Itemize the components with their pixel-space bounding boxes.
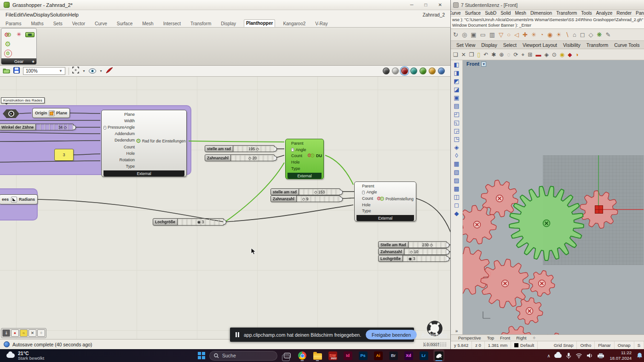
slider-stelle-am-rad-195[interactable]: stelle am rad 195 ◇ <box>205 145 275 152</box>
solid-tool-icon[interactable]: ◰ <box>454 111 459 118</box>
solid-tool-icon[interactable]: ◈ <box>454 144 459 151</box>
slider-zahnanzahl-9[interactable]: Zahnanzahl ◇ 9 <box>270 195 340 202</box>
taskbar-app-chrome[interactable] <box>297 350 308 362</box>
rhino-menu-item[interactable]: Curve <box>451 11 461 16</box>
rhino-tool-icon[interactable]: ⊕ <box>499 51 504 58</box>
rhino-tool-icon[interactable]: ⌂ <box>573 31 576 38</box>
taskbar-search[interactable]: Suche <box>209 351 277 361</box>
display-mode-icon[interactable] <box>401 68 408 74</box>
viewport-menu-icon[interactable]: ▼ <box>481 62 486 67</box>
rhino-menu-item[interactable]: Panels <box>636 11 644 16</box>
node-plane-origin[interactable]: Origin xz Plane <box>32 108 70 118</box>
status-toggle[interactable]: Ortho <box>577 341 595 349</box>
rhino-toolbar-tab[interactable]: Display <box>481 42 497 48</box>
solid-tool-icon[interactable]: ◲ <box>454 127 459 134</box>
node-input[interactable]: Parent <box>355 184 416 188</box>
solid-tool-icon[interactable]: ◨ <box>454 69 459 76</box>
close-icon[interactable]: ✕ <box>438 2 442 7</box>
node-input[interactable]: Type <box>286 166 323 171</box>
node-input[interactable]: Parent <box>286 141 323 146</box>
taskbar-app-ai[interactable]: Ai <box>373 350 384 362</box>
rhino-menu-item[interactable]: Mesh <box>515 11 526 16</box>
gear-rack-icon[interactable] <box>25 32 34 37</box>
gh-category-tab[interactable]: Curve <box>93 20 109 27</box>
slider-zahnanzahl-20[interactable]: Zahnanzahl ◇ 20 <box>205 154 275 161</box>
panel-value[interactable]: 3 <box>54 149 74 161</box>
solid-tool-icon[interactable]: ◳ <box>454 136 459 142</box>
display-mode-icon[interactable] <box>392 68 399 74</box>
preview-eye-icon[interactable] <box>89 67 96 75</box>
solid-tool-icon[interactable]: ◩ <box>454 78 459 85</box>
rhino-tool-icon[interactable]: ✕ <box>461 51 466 58</box>
rhino-tool-icon[interactable]: ◑ <box>575 51 578 58</box>
rhino-menu-item[interactable]: Transform <box>556 11 577 16</box>
gh-menu-item[interactable]: Display <box>33 12 50 17</box>
rhino-tool-icon[interactable]: ∖ <box>565 31 569 38</box>
node-external-problemstellung[interactable]: ParentAngleCountHoleType ⚙ ⚙ Problemstel… <box>354 181 416 221</box>
node-input[interactable]: Angle <box>355 190 416 194</box>
rhino-tool-icon[interactable]: ☀ <box>556 31 562 38</box>
printer-icon[interactable] <box>597 353 604 358</box>
gh-category-tab[interactable]: Surface <box>115 20 134 27</box>
node-input[interactable]: Type <box>355 209 416 213</box>
display-mode-icon[interactable] <box>383 68 390 74</box>
weather-widget[interactable]: 21°CStark bewölkt <box>0 351 44 361</box>
rhino-tool-icon[interactable]: ⊙ <box>552 51 557 58</box>
new-viewport-icon[interactable]: ✧ <box>532 335 536 340</box>
speaker-icon[interactable] <box>586 353 593 358</box>
rhino-menu-item[interactable]: Surface <box>465 11 481 16</box>
onedrive-icon[interactable] <box>554 354 562 358</box>
rhino-tool-icon[interactable]: ⊞ <box>528 51 532 58</box>
node-input[interactable]: Type <box>102 164 135 169</box>
rhino-menu-item[interactable]: Tools <box>581 11 592 16</box>
solid-tool-icon[interactable]: ▣ <box>454 94 459 101</box>
rhino-menu-item[interactable]: Dimension <box>530 11 552 16</box>
maximize-icon[interactable]: □ <box>425 2 427 7</box>
gh-category-tab[interactable]: V-Ray <box>313 20 329 27</box>
solid-tool-icon[interactable]: ▨ <box>454 177 459 184</box>
node-output[interactable]: ⚙ Rad für die Einstellungen <box>136 138 187 144</box>
rhino-tool-icon[interactable]: ◉ <box>560 51 564 58</box>
slider-zahnanzahl-10[interactable]: Zahnanzahl ◇ 10 <box>378 248 447 255</box>
rhino-tool-icon[interactable]: ▽ <box>499 31 503 38</box>
gh-category-tab[interactable]: Kangaroo2 <box>281 20 307 27</box>
rhino-tool-icon[interactable]: ✱ <box>491 51 496 58</box>
gear-pink[interactable] <box>500 326 533 334</box>
slider-lochgroesse-br-3[interactable]: Lochgröße ◉ 3 <box>378 255 447 262</box>
gh-category-tab[interactable]: Params <box>4 20 23 27</box>
rhino-tool-icon[interactable]: ◎ <box>462 31 467 38</box>
rhino-tool-icon[interactable]: ⟳ <box>514 51 518 58</box>
rhino-tool-icon[interactable]: ▯ <box>477 51 481 58</box>
rhino-toolbar-tab[interactable]: Set View <box>456 42 475 48</box>
gh-category-tab[interactable]: Sets <box>52 20 64 27</box>
save-file-icon[interactable] <box>13 67 20 75</box>
notification-bell-icon[interactable] <box>637 352 643 359</box>
windows-start-icon[interactable] <box>198 352 205 359</box>
sketch-quill-icon[interactable] <box>106 67 113 75</box>
taskbar-app-lr[interactable]: Lr <box>418 350 429 362</box>
solid-tool-icon[interactable]: ◊ <box>455 152 458 159</box>
rhino-toolbar-tab[interactable]: Visibility <box>563 42 581 48</box>
viewport-tab[interactable]: Perspective <box>458 335 481 340</box>
rhino-tool-icon[interactable]: ▬ <box>535 51 541 58</box>
minimize-icon[interactable]: ─ <box>410 2 413 7</box>
display-mode-icon[interactable] <box>438 68 445 74</box>
gh-category-tab[interactable]: Maths <box>29 20 45 27</box>
solid-tool-icon[interactable]: ◻ <box>454 202 459 209</box>
zoom-dropdown-icon[interactable]: ▼ <box>82 69 86 73</box>
node-input[interactable]: Count <box>102 145 135 149</box>
viewport-tab[interactable]: Top <box>487 335 494 340</box>
palette-label[interactable]: Gear◆ <box>1 58 36 64</box>
gh-category-tab[interactable]: Vector <box>70 20 87 27</box>
rhino-toolbar-tab[interactable]: Transform <box>586 42 608 48</box>
solid-tool-icon[interactable]: ◆ <box>454 210 459 217</box>
pause-icon[interactable] <box>236 332 239 337</box>
rhino-tool-icon[interactable]: ↶ <box>483 51 488 58</box>
gh-menu-item[interactable]: Help <box>68 12 79 17</box>
solid-tool-icon[interactable]: ◱ <box>454 119 459 126</box>
node-radians[interactable]: ees Radians <box>0 194 38 204</box>
solid-tool-icon[interactable]: ◧ <box>454 61 459 68</box>
node-input[interactable]: Hole <box>286 160 323 164</box>
node-input[interactable]: Hole <box>355 203 416 207</box>
rhino-tool-icon[interactable]: ❐ <box>469 51 474 58</box>
